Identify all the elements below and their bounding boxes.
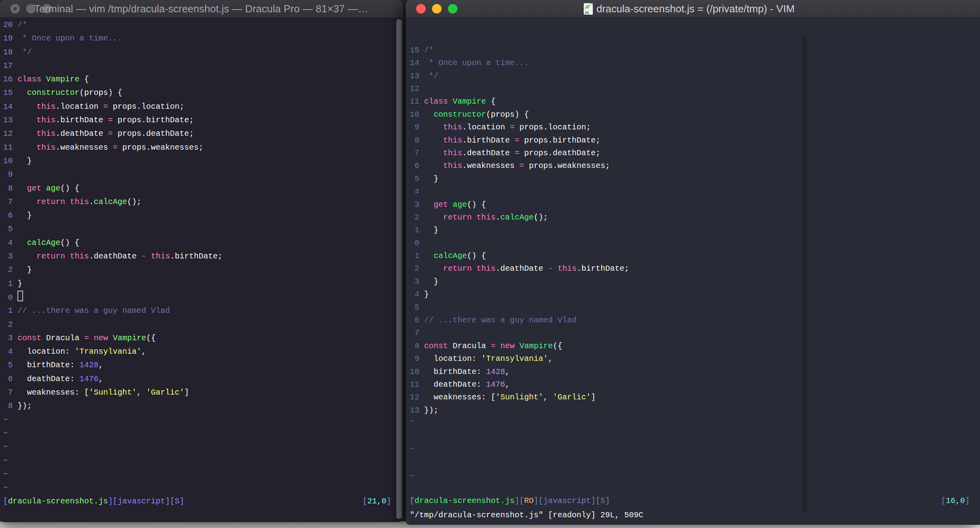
- line-number: 4: [3, 347, 17, 356]
- vim-statusline: [dracula-screenshot.js][javascript][S][2…: [3, 495, 402, 508]
- status-token: ][javascript][S]: [534, 496, 610, 505]
- code-token: [424, 251, 434, 260]
- code-line: 6 // ...there was a guy named Vlad: [410, 314, 980, 327]
- line-number: 13: [410, 406, 424, 415]
- code-token: new: [94, 333, 108, 343]
- zoom-button[interactable]: [448, 4, 457, 13]
- code-line: 7 return this.calcAge();: [3, 195, 402, 209]
- code-token: deathDate:: [17, 374, 79, 383]
- code-line: 6 this.weaknesses = props.weaknesses;: [410, 160, 980, 172]
- terminal-titlebar[interactable]: Terminal — vim /tmp/dracula-screenshot.j…: [0, 0, 402, 18]
- code-token: [108, 333, 113, 343]
- line-number: 15: [3, 88, 17, 97]
- code-token: 'Sunlight': [496, 393, 543, 402]
- tilde-line: ~: [3, 440, 402, 454]
- code-token: this: [37, 143, 56, 152]
- code-token: return: [443, 264, 472, 273]
- code-token: props.deathDate;: [519, 148, 600, 158]
- code-token: 'Transylvania': [481, 354, 548, 363]
- line-number: 6: [3, 211, 17, 220]
- code-line: 3 return this.deathDate - this.birthDate…: [3, 250, 402, 263]
- code-token: }: [17, 265, 32, 274]
- code-line: 8 this.birthDate = props.birthDate;: [410, 134, 980, 147]
- status-token: dracula-screenshot.js: [415, 496, 515, 505]
- code-line: 13 */: [410, 70, 980, 83]
- code-token: */: [17, 48, 32, 57]
- code-token: ,: [137, 388, 146, 397]
- line-number: 3: [410, 200, 424, 209]
- statusline-file-info: [dracula-screenshot.js][RO][javascript][…: [410, 495, 610, 507]
- terminal-vim-buffer[interactable]: 20 /*19 * Once upon a time...18 */17 16 …: [0, 17, 402, 522]
- line-number: 8: [3, 401, 17, 410]
- code-token: .deathDate: [496, 264, 548, 273]
- code-token: [17, 116, 37, 125]
- code-token: [17, 129, 37, 138]
- code-line: 9 this.location = props.location;: [410, 121, 980, 134]
- code-token: calcAge: [94, 197, 127, 206]
- status-token: RO: [524, 496, 534, 505]
- code-token: this: [443, 148, 462, 158]
- code-token: weaknesses: [: [424, 393, 496, 402]
- code-line: 5: [410, 301, 980, 314]
- close-button[interactable]: [416, 4, 426, 13]
- code-token: get: [434, 200, 448, 209]
- macvim-scrollbar[interactable]: [802, 36, 807, 512]
- line-number: 9: [410, 123, 424, 132]
- code-line: 12 this.deathDate = props.deathDate;: [3, 127, 402, 141]
- code-token: [65, 252, 70, 261]
- line-number: 14: [3, 102, 17, 111]
- status-token: [: [410, 496, 415, 505]
- code-token: Vampire: [519, 341, 553, 351]
- code-token: ,: [98, 360, 103, 370]
- line-number: 14: [410, 58, 424, 67]
- line-number: 6: [410, 316, 424, 325]
- code-token: this: [37, 129, 56, 138]
- line-number: 5: [3, 224, 17, 233]
- code-token: this: [476, 264, 496, 273]
- code-line: 6 deathDate: 1476,: [3, 372, 402, 386]
- code-token: ]: [591, 393, 596, 402]
- code-token: =: [515, 136, 519, 145]
- code-line: 3 const Dracula = new Vampire({: [3, 331, 402, 345]
- line-number: 7: [3, 197, 17, 206]
- macvim-window: JS dracula-screenshot.js = (/private/tmp…: [406, 0, 980, 525]
- code-line: 8 const Dracula = new Vampire({: [410, 340, 980, 353]
- line-number: 4: [410, 187, 424, 196]
- minimize-button[interactable]: [432, 4, 442, 13]
- code-token: return: [37, 252, 65, 261]
- code-token: weaknesses: [: [17, 388, 89, 397]
- code-token: .deathDate: [56, 129, 108, 138]
- line-number: 12: [410, 393, 424, 402]
- code-token: Vampire: [453, 97, 486, 106]
- code-token: ,: [548, 354, 553, 363]
- line-number: 9: [3, 170, 17, 179]
- code-token: [424, 136, 443, 145]
- code-line: 2: [3, 318, 402, 331]
- code-line: 11 this.weaknesses = props.weaknesses;: [3, 141, 402, 154]
- vim-cmdline: "/tmp/dracula-screenshot.js" [readonly] …: [410, 509, 643, 522]
- code-token: birthDate:: [424, 367, 486, 376]
- code-line: 4 location: 'Transylvania',: [3, 345, 402, 358]
- code-token: */: [424, 71, 438, 81]
- js-icon-label: JS: [585, 11, 589, 15]
- code-token: get: [27, 184, 41, 193]
- code-token: const: [424, 341, 448, 351]
- line-number: 1: [3, 279, 17, 288]
- code-token: location:: [424, 354, 481, 363]
- status-token: dracula-screenshot.js: [8, 497, 108, 506]
- code-token: [448, 200, 453, 209]
- line-number: 5: [3, 360, 17, 370]
- code-line: 8 });: [3, 399, 402, 413]
- tilde: ~: [3, 470, 8, 479]
- code-line: 12 weaknesses: ['Sunlight', 'Garlic']: [410, 391, 980, 404]
- macvim-buffer[interactable]: 15 /*14 * Once upon a time...13 */12 11 …: [406, 17, 980, 525]
- code-token: [472, 213, 476, 222]
- code-token: }: [17, 156, 32, 166]
- terminal-scrollbar[interactable]: [396, 19, 402, 519]
- tilde: ~: [3, 456, 8, 465]
- code-token: this: [37, 102, 56, 111]
- code-line: 10 }: [3, 154, 402, 168]
- code-token: [146, 252, 151, 261]
- code-token: [448, 97, 453, 106]
- macvim-titlebar[interactable]: JS dracula-screenshot.js = (/private/tmp…: [406, 0, 980, 18]
